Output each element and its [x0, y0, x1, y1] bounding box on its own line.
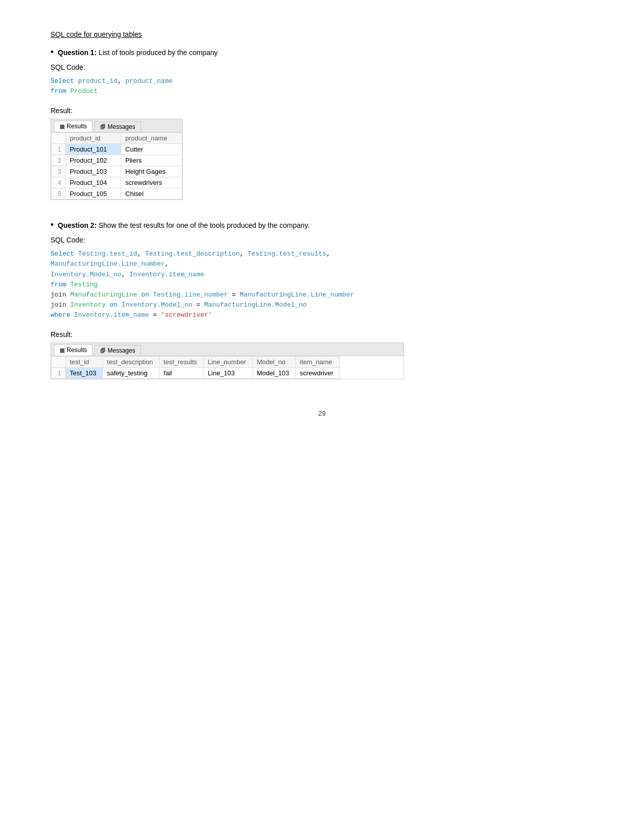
tab-messages-2[interactable]: 🗐 Messages: [94, 345, 141, 356]
question2-text: Question 2: Show the test results for on…: [58, 220, 310, 231]
question1-sql-label: SQL Code:: [51, 63, 593, 71]
messages-icon: 🗐: [100, 124, 106, 130]
table-cell: Test_103: [66, 368, 103, 379]
table-cell: Model_103: [253, 368, 295, 379]
table-cell: Cutter: [121, 144, 182, 155]
table-cell: Product_101: [66, 144, 121, 155]
question2-code: Select Testing.test_id, Testing.test_des…: [51, 247, 593, 322]
question2-tabs: ▦ Results 🗐 Messages: [51, 343, 404, 356]
question2-result-widget: ▦ Results 🗐 Messages test_id test_descri…: [51, 342, 404, 379]
table-cell: Product_105: [66, 188, 121, 200]
table-icon: ▦: [60, 123, 65, 130]
question1-table: product_id product_name 1Product_101Cutt…: [51, 132, 182, 200]
tab-results-2[interactable]: ▦ Results: [54, 345, 92, 356]
question2-result-label: Result:: [51, 330, 593, 338]
question1-text: Question 1: List of tools produced by th…: [58, 47, 218, 58]
col-header-item-name: item_name: [295, 357, 339, 368]
table-row: 3Product_103Height Gages: [52, 166, 182, 177]
col-header-num-2: [52, 357, 66, 368]
table-cell: safety_testing: [103, 368, 159, 379]
table-cell: Product_102: [66, 155, 121, 166]
question2-block: • Question 2: Show the test results for …: [51, 220, 593, 379]
table-cell: screwdriver: [295, 368, 339, 379]
table-cell: Product_104: [66, 177, 121, 188]
question1-result-label: Result:: [51, 107, 593, 115]
question1-block: • Question 1: List of tools produced by …: [51, 47, 593, 211]
table-icon-2: ▦: [60, 347, 65, 354]
question2-sql-label: SQL Code:: [51, 236, 593, 244]
table-cell: fail: [159, 368, 203, 379]
col-header-test-results: test_results: [159, 357, 203, 368]
question2-line: • Question 2: Show the test results for …: [51, 220, 593, 231]
bullet-icon-2: •: [51, 220, 54, 229]
table-row-num: 1: [52, 144, 66, 155]
table-row: 1Product_101Cutter: [52, 144, 182, 155]
table-row-num: 2: [52, 155, 66, 166]
col-header-product-id: product_id: [66, 133, 121, 144]
question1-result-widget: ▦ Results 🗐 Messages product_id product_…: [51, 119, 183, 200]
question2-table: test_id test_description test_results Li…: [51, 356, 340, 379]
table-row-num: 5: [52, 188, 66, 200]
table-row: 5Product_105Chisel: [52, 188, 182, 200]
col-header-model-no: Model_no: [253, 357, 295, 368]
tab-results-1[interactable]: ▦ Results: [54, 121, 92, 132]
table-cell: Line_103: [204, 368, 253, 379]
table-row: 1Test_103safety_testingfailLine_103Model…: [52, 368, 340, 379]
table-row: 2Product_102Pliers: [52, 155, 182, 166]
messages-icon-2: 🗐: [100, 348, 106, 354]
table-cell: Chisel: [121, 188, 182, 200]
tab-messages-1[interactable]: 🗐 Messages: [94, 121, 141, 132]
table-row-num: 4: [52, 177, 66, 188]
col-header-test-id: test_id: [66, 357, 103, 368]
question1-line: • Question 1: List of tools produced by …: [51, 47, 593, 58]
question1-tabs: ▦ Results 🗐 Messages: [51, 119, 182, 132]
page-number: 29: [51, 410, 593, 417]
col-header-num-1: [52, 133, 66, 144]
col-header-line-number: Line_number: [204, 357, 253, 368]
page-title: SQL code for querying tables: [51, 30, 593, 38]
table-cell: screwdrivers: [121, 177, 182, 188]
table-row-num: 3: [52, 166, 66, 177]
table-row: 4Product_104screwdrivers: [52, 177, 182, 188]
question1-code: Select product_id, product_name from Pro…: [51, 74, 593, 99]
table-cell: Height Gages: [121, 166, 182, 177]
bullet-icon: •: [51, 47, 54, 57]
table-cell: Pliers: [121, 155, 182, 166]
table-row-num: 1: [52, 368, 66, 379]
col-header-test-desc: test_description: [103, 357, 159, 368]
col-header-product-name: product_name: [121, 133, 182, 144]
table-cell: Product_103: [66, 166, 121, 177]
